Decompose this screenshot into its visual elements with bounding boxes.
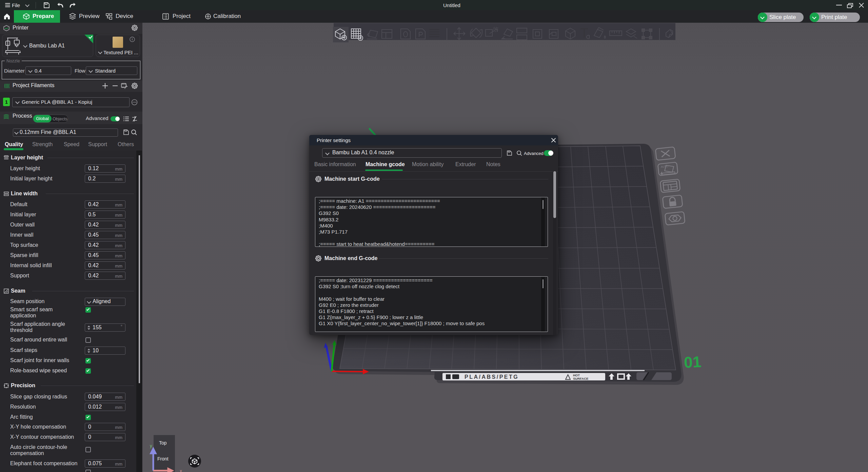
svg-text:PLA/ABS/PETG: PLA/ABS/PETG	[465, 374, 519, 380]
svg-text:SURFACE: SURFACE	[573, 377, 588, 380]
svg-text:y: y	[150, 443, 152, 448]
svg-text:Front: Front	[157, 456, 169, 461]
svg-text:Top: Top	[159, 440, 167, 446]
svg-text:x: x	[180, 468, 182, 472]
svg-text:01: 01	[684, 353, 702, 371]
svg-text:AUTO: AUTO	[660, 165, 668, 169]
